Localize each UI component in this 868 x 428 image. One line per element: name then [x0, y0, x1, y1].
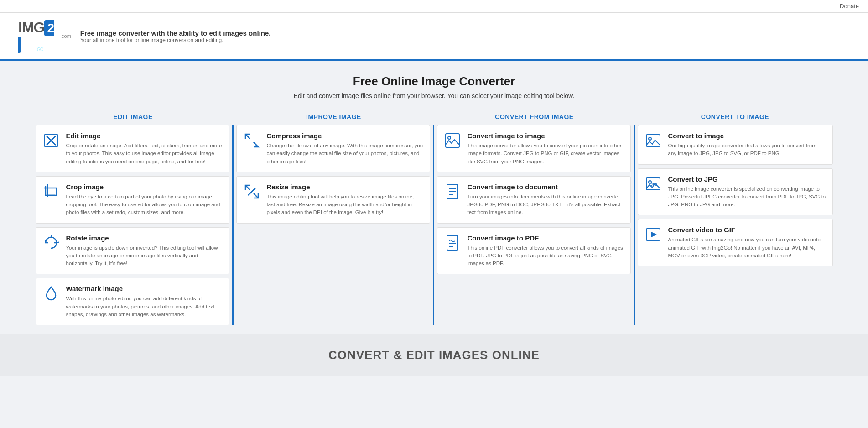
- tagline-title: Free image converter with the ability to…: [80, 29, 271, 37]
- svg-rect-12: [447, 235, 458, 250]
- card-compress-image[interactable]: Compress image Change the file size of a…: [236, 125, 430, 172]
- convert-to-column: Convert to image Our high quality image …: [635, 125, 836, 325]
- card-convert-image-to-document-content: Convert image to document Turn your imag…: [468, 183, 624, 217]
- category-convert-to: CONVERT TO IMAGE: [635, 108, 836, 125]
- logo-com: .com: [60, 33, 71, 39]
- svg-rect-15: [646, 135, 660, 146]
- footer-section: CONVERT & EDIT IMAGES ONLINE: [0, 334, 868, 376]
- rotate-icon: [42, 234, 60, 251]
- crop-icon: [42, 183, 60, 200]
- svg-point-7: [448, 136, 451, 139]
- header-tagline: Free image converter with the ability to…: [80, 29, 271, 43]
- category-convert-from: CONVERT FROM IMAGE: [434, 108, 635, 125]
- card-convert-to-jpg[interactable]: JPG Convert to JPG This online image con…: [638, 168, 833, 216]
- card-crop-image[interactable]: Crop image Lead the eye to a certain par…: [36, 176, 229, 224]
- card-rotate-image[interactable]: Rotate image Your image is upside down o…: [36, 227, 229, 275]
- card-convert-image-to-pdf-content: Convert image to PDF This online PDF con…: [468, 234, 624, 268]
- category-edit: EDIT IMAGE: [33, 108, 234, 125]
- card-convert-to-jpg-content: Convert to JPG This online image convert…: [668, 175, 826, 209]
- hero-subtitle: Edit and convert image files online from…: [9, 92, 859, 99]
- card-convert-image-to-image-content: Convert image to image This image conver…: [468, 132, 624, 166]
- card-convert-to-image[interactable]: Convert to image Our high quality image …: [638, 125, 833, 165]
- svg-text:JPG: JPG: [651, 183, 658, 186]
- edit-column: Edit image Crop or rotate an image. Add …: [33, 125, 234, 325]
- edit-icon: [42, 132, 60, 149]
- to-image-icon: [645, 132, 662, 149]
- svg-marker-21: [651, 232, 657, 237]
- svg-point-16: [649, 137, 651, 140]
- card-convert-image-to-image[interactable]: Convert image to image This image conver…: [437, 125, 631, 172]
- watermark-icon: [42, 285, 60, 302]
- categories-row: EDIT IMAGE IMPROVE IMAGE CONVERT FROM IM…: [24, 108, 845, 125]
- svg-rect-6: [446, 134, 459, 147]
- convert-pdf-icon: [444, 234, 461, 251]
- logo-area[interactable]: IMG2GO .com: [18, 19, 71, 53]
- main-grid: Edit image Crop or rotate an image. Add …: [24, 125, 845, 334]
- card-convert-to-image-content: Convert to image Our high quality image …: [668, 132, 826, 158]
- category-improve: IMPROVE IMAGE: [234, 108, 434, 125]
- card-convert-video-to-gif-content: Convert video to GIF Animated GIFs are a…: [668, 226, 826, 260]
- header: IMG2GO .com Free image converter with th…: [0, 13, 868, 61]
- convert-doc-icon: [444, 183, 461, 200]
- top-bar: Donate: [0, 0, 868, 13]
- card-edit-image[interactable]: Edit image Crop or rotate an image. Add …: [36, 125, 229, 172]
- hero-section: Free Online Image Converter Edit and con…: [0, 61, 868, 108]
- hero-title: Free Online Image Converter: [9, 74, 859, 89]
- card-watermark-image[interactable]: Watermark image With this online photo e…: [36, 278, 229, 325]
- improve-column: Compress image Change the file size of a…: [234, 125, 434, 325]
- card-resize-image-content: Resize image This image editing tool wil…: [267, 183, 423, 217]
- card-convert-image-to-pdf[interactable]: Convert image to PDF This online PDF con…: [437, 227, 631, 275]
- card-edit-image-content: Edit image Crop or rotate an image. Add …: [66, 132, 223, 166]
- convert-from-column: Convert image to image This image conver…: [434, 125, 635, 325]
- card-resize-image[interactable]: Resize image This image editing tool wil…: [236, 176, 430, 224]
- convert-image-icon: [444, 132, 461, 149]
- card-compress-image-content: Compress image Change the file size of a…: [267, 132, 423, 166]
- card-watermark-image-content: Watermark image With this online photo e…: [66, 285, 223, 318]
- compress-icon: [243, 132, 260, 149]
- card-convert-image-to-document[interactable]: Convert image to document Turn your imag…: [437, 176, 631, 224]
- logo-text: IMG2GO: [18, 19, 54, 53]
- to-jpg-icon: JPG: [645, 175, 662, 193]
- card-convert-video-to-gif[interactable]: Convert video to GIF Animated GIFs are a…: [638, 219, 833, 266]
- footer-title: CONVERT & EDIT IMAGES ONLINE: [9, 348, 859, 362]
- resize-icon: [243, 183, 260, 200]
- card-crop-image-content: Crop image Lead the eye to a certain par…: [66, 183, 223, 217]
- to-gif-icon: [645, 226, 662, 243]
- donate-link[interactable]: Donate: [840, 3, 859, 10]
- card-rotate-image-content: Rotate image Your image is upside down o…: [66, 234, 223, 268]
- tagline-sub: Your all in one tool for online image co…: [80, 37, 271, 43]
